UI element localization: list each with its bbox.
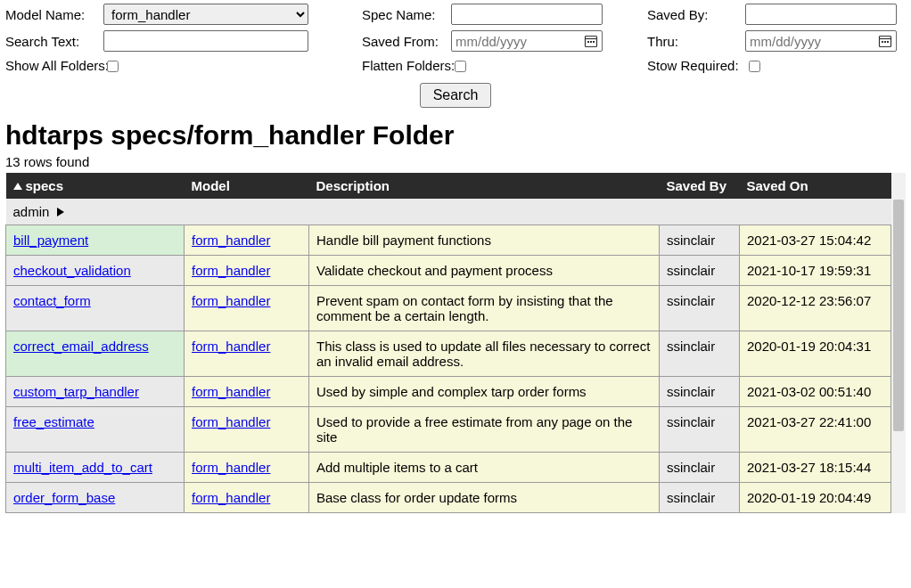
saved-by-input[interactable] <box>745 4 897 25</box>
spec-cell: correct_email_address <box>6 331 185 377</box>
description-cell: Used to provide a free estimate from any… <box>309 407 660 453</box>
col-header-saved-by[interactable]: Saved By <box>660 173 740 199</box>
saved-from-field[interactable] <box>451 30 603 52</box>
specs-table: specs Model Description Saved By Saved O… <box>5 173 891 513</box>
model-link[interactable]: form_handler <box>192 233 270 248</box>
model-cell: form_handler <box>185 377 309 407</box>
svg-rect-7 <box>882 41 883 43</box>
thru-field[interactable] <box>745 30 897 52</box>
spec-cell: order_form_base <box>6 483 185 513</box>
svg-rect-2 <box>587 41 589 43</box>
saved-on-cell: 2021-03-27 18:15:44 <box>740 453 891 483</box>
saved-on-cell: 2021-03-27 15:04:42 <box>740 225 891 256</box>
spec-cell: contact_form <box>6 286 185 331</box>
spec-cell: bill_payment <box>6 225 185 256</box>
description-cell: Handle bill payment functions <box>309 225 660 256</box>
description-cell: Add multiple items to a cart <box>309 453 660 483</box>
model-link[interactable]: form_handler <box>192 293 270 308</box>
col-header-description[interactable]: Description <box>309 173 660 199</box>
search-text-label: Search Text: <box>5 34 103 49</box>
group-row[interactable]: admin <box>6 199 891 225</box>
spec-link[interactable]: custom_tarp_handler <box>13 384 139 399</box>
description-cell: This class is used to update all files n… <box>309 331 660 377</box>
saved-from-label: Saved From: <box>362 34 451 49</box>
model-cell: form_handler <box>185 483 309 513</box>
spec-name-label: Spec Name: <box>362 7 451 22</box>
table-row: contact_formform_handlerPrevent spam on … <box>6 286 891 331</box>
sort-asc-icon <box>13 183 22 190</box>
table-row: multi_item_add_to_cartform_handlerAdd mu… <box>6 453 891 483</box>
saved-by-label: Saved By: <box>647 7 745 22</box>
stow-required-checkbox[interactable] <box>749 61 760 72</box>
table-row: free_estimateform_handlerUsed to provide… <box>6 407 891 453</box>
calendar-icon[interactable] <box>878 34 892 48</box>
spec-cell: multi_item_add_to_cart <box>6 453 185 483</box>
model-cell: form_handler <box>185 331 309 377</box>
model-link[interactable]: form_handler <box>192 414 270 429</box>
spec-cell: checkout_validation <box>6 256 185 286</box>
saved-on-cell: 2020-01-19 20:04:31 <box>740 331 891 377</box>
show-all-folders-label: Show All Folders: <box>5 58 103 73</box>
spec-link[interactable]: bill_payment <box>13 233 88 248</box>
spec-name-input[interactable] <box>451 4 603 25</box>
spec-link[interactable]: correct_email_address <box>13 339 149 354</box>
table-row: order_form_baseform_handlerBase class fo… <box>6 483 891 513</box>
saved-by-cell: ssinclair <box>660 286 740 331</box>
col-header-model[interactable]: Model <box>185 173 309 199</box>
row-count: 13 rows found <box>5 154 906 169</box>
search-button[interactable]: Search <box>420 83 492 108</box>
group-label: admin <box>13 204 50 219</box>
model-cell: form_handler <box>185 256 309 286</box>
model-link[interactable]: form_handler <box>192 339 270 354</box>
model-name-label: Model Name: <box>5 7 103 22</box>
model-link[interactable]: form_handler <box>192 384 270 399</box>
flatten-folders-checkbox[interactable] <box>455 61 466 72</box>
col-header-saved-on[interactable]: Saved On <box>740 173 891 199</box>
description-cell: Prevent spam on contact form by insistin… <box>309 286 660 331</box>
table-row: custom_tarp_handlerform_handlerUsed by s… <box>6 377 891 407</box>
flatten-folders-label: Flatten Folders: <box>362 58 451 73</box>
search-text-input[interactable] <box>103 30 308 52</box>
scroll-thumb[interactable] <box>893 200 904 431</box>
svg-rect-3 <box>590 41 592 43</box>
calendar-icon[interactable] <box>584 34 598 48</box>
show-all-folders-checkbox[interactable] <box>107 61 119 72</box>
table-container: specs Model Description Saved By Saved O… <box>5 173 906 513</box>
table-row: checkout_validationform_handlerValidate … <box>6 256 891 286</box>
spec-link[interactable]: multi_item_add_to_cart <box>13 460 152 475</box>
table-row: correct_email_addressform_handlerThis cl… <box>6 331 891 377</box>
model-link[interactable]: form_handler <box>192 490 270 505</box>
filter-grid: Model Name: form_handler Spec Name: Save… <box>5 4 906 74</box>
model-cell: form_handler <box>185 407 309 453</box>
saved-on-cell: 2020-01-19 20:04:49 <box>740 483 891 513</box>
saved-by-cell: ssinclair <box>660 256 740 286</box>
saved-on-cell: 2021-03-27 22:41:00 <box>740 407 891 453</box>
thru-label: Thru: <box>647 34 745 49</box>
model-cell: form_handler <box>185 453 309 483</box>
saved-on-cell: 2021-10-17 19:59:31 <box>740 256 891 286</box>
model-name-select[interactable]: form_handler <box>103 4 308 25</box>
page-title: hdtarps specs/form_handler Folder <box>5 120 906 151</box>
vertical-scrollbar[interactable] <box>891 173 906 513</box>
spec-link[interactable]: checkout_validation <box>13 263 131 278</box>
saved-by-cell: ssinclair <box>660 377 740 407</box>
spec-cell: custom_tarp_handler <box>6 377 185 407</box>
spec-link[interactable]: order_form_base <box>13 490 115 505</box>
thru-input[interactable] <box>750 32 878 50</box>
saved-by-cell: ssinclair <box>660 407 740 453</box>
model-cell: form_handler <box>185 286 309 331</box>
description-cell: Validate checkout and payment process <box>309 256 660 286</box>
saved-by-cell: ssinclair <box>660 331 740 377</box>
saved-on-cell: 2020-12-12 23:56:07 <box>740 286 891 331</box>
saved-from-input[interactable] <box>456 32 584 50</box>
col-header-specs[interactable]: specs <box>6 173 185 199</box>
table-row: bill_paymentform_handlerHandle bill paym… <box>6 225 891 256</box>
saved-by-cell: ssinclair <box>660 225 740 256</box>
model-link[interactable]: form_handler <box>192 460 270 475</box>
spec-link[interactable]: free_estimate <box>13 414 94 429</box>
model-link[interactable]: form_handler <box>192 263 270 278</box>
spec-cell: free_estimate <box>6 407 185 453</box>
expand-icon <box>57 208 64 216</box>
spec-link[interactable]: contact_form <box>13 293 91 308</box>
svg-rect-4 <box>593 41 595 43</box>
